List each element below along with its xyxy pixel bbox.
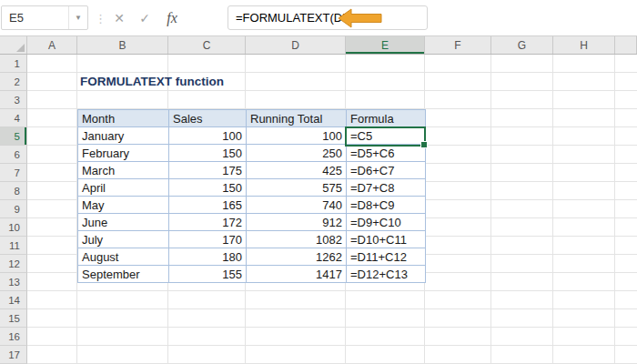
- cell[interactable]: 1082: [247, 231, 347, 248]
- table-header-row: MonthSalesRunning TotalFormula: [78, 110, 426, 127]
- row-header-4[interactable]: 4: [0, 109, 27, 127]
- row-header-7[interactable]: 7: [0, 164, 27, 182]
- row-header-9[interactable]: 9: [0, 200, 27, 218]
- name-box[interactable]: E5 ▼: [1, 5, 88, 30]
- table-header-running-total[interactable]: Running Total: [247, 110, 347, 127]
- sheet-title: FORMULATEXT function: [80, 73, 224, 91]
- cell[interactable]: June: [78, 214, 169, 231]
- cell[interactable]: =D8+C9: [347, 197, 426, 214]
- row-header-13[interactable]: 13: [0, 273, 27, 291]
- row-header-5[interactable]: 5: [0, 127, 27, 146]
- column-header-B[interactable]: B: [77, 36, 168, 54]
- cell[interactable]: January: [78, 127, 169, 145]
- column-header-C[interactable]: C: [168, 36, 246, 54]
- cell[interactable]: =D11+C12: [347, 248, 426, 266]
- column-header-H[interactable]: H: [553, 36, 615, 54]
- cell[interactable]: April: [78, 179, 169, 197]
- table-header-month[interactable]: Month: [78, 110, 169, 127]
- cell[interactable]: =D5+C6: [347, 145, 426, 162]
- row-header-6[interactable]: 6: [0, 146, 27, 164]
- cell[interactable]: 150: [169, 179, 247, 197]
- column-header-F[interactable]: F: [425, 36, 491, 54]
- table-row: March175425=D6+C7: [78, 162, 426, 179]
- cell[interactable]: =D9+C10: [347, 214, 426, 231]
- column-header-E[interactable]: E: [346, 36, 425, 54]
- table-header-sales[interactable]: Sales: [169, 110, 247, 127]
- cell[interactable]: =D10+C11: [347, 231, 426, 248]
- formula-bar-separator: ⋮: [95, 0, 106, 36]
- formula-bar: E5 ▼ ⋮ ✕ ✓ fx =FORMULATEXT(D5): [0, 0, 637, 36]
- formula-text: =FORMULATEXT(D5): [236, 11, 353, 25]
- row-header-11[interactable]: 11: [0, 237, 27, 255]
- row-header-12[interactable]: 12: [0, 255, 27, 273]
- column-header-A[interactable]: A: [27, 36, 77, 54]
- table-row: February150250=D5+C6: [78, 145, 426, 162]
- table-row: July1701082=D10+C11: [78, 231, 426, 248]
- cell[interactable]: February: [78, 145, 169, 162]
- cell[interactable]: 150: [169, 145, 247, 162]
- cell[interactable]: 165: [169, 197, 247, 214]
- column-header-G[interactable]: G: [491, 36, 553, 54]
- enter-icon[interactable]: ✓: [133, 0, 157, 36]
- cell[interactable]: =D12+C13: [347, 266, 426, 283]
- cell[interactable]: August: [78, 248, 169, 266]
- row-header-3[interactable]: 3: [0, 91, 27, 109]
- row-header-2[interactable]: 2: [0, 73, 27, 91]
- name-box-value: E5: [2, 11, 68, 25]
- table-row: August1801262=D11+C12: [78, 248, 426, 266]
- excel-window: E5 ▼ ⋮ ✕ ✓ fx =FORMULATEXT(D5) ABCDEFGH …: [0, 0, 637, 364]
- table-header-formula[interactable]: Formula: [347, 110, 426, 127]
- cell[interactable]: 170: [169, 231, 247, 248]
- row-headers: 1234567891011121314151617: [0, 55, 27, 364]
- cell[interactable]: 250: [247, 145, 347, 162]
- name-box-dropdown-icon[interactable]: ▼: [68, 6, 87, 29]
- cell[interactable]: 425: [247, 162, 347, 179]
- row-header-15[interactable]: 15: [0, 309, 27, 328]
- cell[interactable]: 100: [169, 127, 247, 145]
- formula-input[interactable]: =FORMULATEXT(D5): [228, 5, 428, 30]
- table-row: September1551417=D12+C13: [78, 266, 426, 283]
- column-headers: ABCDEFGH: [0, 36, 637, 55]
- cell[interactable]: 180: [169, 248, 247, 266]
- cell[interactable]: March: [78, 162, 169, 179]
- cell[interactable]: 740: [247, 197, 347, 214]
- row-header-14[interactable]: 14: [0, 291, 27, 309]
- table-row: June172912=D9+C10: [78, 214, 426, 231]
- table-row: April150575=D7+C8: [78, 179, 426, 197]
- table-row: May165740=D8+C9: [78, 197, 426, 214]
- cell[interactable]: 155: [169, 266, 247, 283]
- cell[interactable]: 1262: [247, 248, 347, 266]
- cell[interactable]: 912: [247, 214, 347, 231]
- cell[interactable]: =D7+C8: [347, 179, 426, 197]
- annotation-arrow-icon: [339, 8, 382, 28]
- sheet-grid: 1234567891011121314151617 FORMULATEXT fu…: [0, 55, 637, 364]
- cell[interactable]: 1417: [247, 266, 347, 283]
- column-header-tail: [615, 36, 637, 54]
- cell[interactable]: July: [78, 231, 169, 248]
- cell[interactable]: September: [78, 266, 169, 283]
- row-header-10[interactable]: 10: [0, 218, 27, 237]
- selected-cell[interactable]: [345, 126, 426, 147]
- cancel-icon[interactable]: ✕: [107, 0, 131, 36]
- cell[interactable]: =D6+C7: [347, 162, 426, 179]
- cell[interactable]: 172: [169, 214, 247, 231]
- cell[interactable]: 575: [247, 179, 347, 197]
- insert-function-icon[interactable]: fx: [160, 0, 184, 36]
- row-header-1[interactable]: 1: [0, 55, 27, 73]
- row-header-16[interactable]: 16: [0, 328, 27, 346]
- cell[interactable]: 175: [169, 162, 247, 179]
- row-header-17[interactable]: 17: [0, 346, 27, 364]
- row-header-8[interactable]: 8: [0, 182, 27, 200]
- cell[interactable]: 100: [247, 127, 347, 145]
- cell[interactable]: May: [78, 197, 169, 214]
- select-all-corner[interactable]: [0, 36, 27, 54]
- column-header-D[interactable]: D: [246, 36, 346, 54]
